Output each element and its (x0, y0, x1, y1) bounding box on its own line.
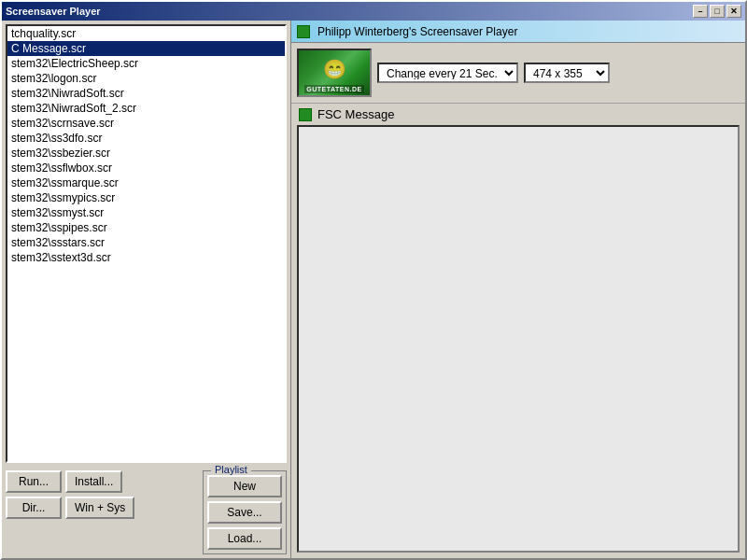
right-title-text: Philipp Winterberg's Screensaver Player (317, 25, 517, 38)
preview-label: GUTETATEN.DE (304, 85, 363, 93)
titlebar-text: Screensaver Player (6, 6, 101, 17)
win-sys-button[interactable]: Win + Sys (65, 497, 134, 519)
file-list-item[interactable]: stem32\logon.scr (7, 71, 285, 86)
bottom-left-area: Run... Install... Dir... Win + Sys Playl… (2, 467, 290, 558)
file-list-item[interactable]: stem32\NiwradSoft_2.scr (7, 101, 285, 116)
new-button[interactable]: New (207, 475, 282, 497)
section-dot (299, 108, 312, 121)
file-list-item[interactable]: stem32\ElectricSheep.scr (7, 56, 285, 71)
right-title-dot (297, 25, 310, 38)
maximize-button[interactable]: □ (710, 5, 725, 18)
playlist-group: Playlist New Save... Load... (203, 470, 287, 554)
file-list-item[interactable]: stem32\sstext3d.scr (7, 250, 285, 265)
install-button[interactable]: Install... (65, 470, 122, 493)
file-list-container[interactable]: tchquality.scrC Message.scrstem32\Electr… (6, 24, 287, 463)
close-button[interactable]: ✕ (726, 5, 741, 18)
dir-button[interactable]: Dir... (6, 497, 62, 519)
file-list-item[interactable]: stem32\scrnsave.scr (7, 116, 285, 131)
file-list-item[interactable]: stem32\ssmypics.scr (7, 190, 285, 205)
file-list: tchquality.scrC Message.scrstem32\Electr… (7, 26, 285, 265)
right-content-area (297, 125, 740, 553)
smile-icon: 😁 (323, 58, 346, 80)
section-label-row: FSC Message (291, 104, 745, 125)
minimize-button[interactable]: – (693, 5, 708, 18)
preview-thumbnail: 😁 GUTETATEN.DE (297, 49, 372, 97)
playlist-legend: Playlist (211, 464, 251, 475)
file-list-item[interactable]: tchquality.scr (7, 26, 285, 41)
player-controls-area: 😁 GUTETATEN.DE Change every 5 Sec.Change… (291, 43, 745, 104)
file-list-item[interactable]: stem32\ssmarque.scr (7, 175, 285, 190)
left-buttons-col1: Run... Install... Dir... Win + Sys (6, 470, 195, 554)
file-list-item[interactable]: stem32\sspipes.scr (7, 220, 285, 235)
file-list-item[interactable]: stem32\ssmyst.scr (7, 205, 285, 220)
right-panel: Philipp Winterberg's Screensaver Player … (291, 21, 745, 558)
file-list-item[interactable]: stem32\NiwradSoft.scr (7, 86, 285, 101)
titlebar-controls: – □ ✕ (693, 5, 741, 18)
titlebar: Screensaver Player – □ ✕ (2, 2, 745, 21)
main-window: Screensaver Player – □ ✕ tchquality.scrC… (0, 0, 747, 560)
resolution-select[interactable]: 474 x 355800 x 6001024 x 768 (524, 63, 610, 83)
left-panel: tchquality.scrC Message.scrstem32\Electr… (2, 21, 291, 558)
file-list-item[interactable]: stem32\ssstars.scr (7, 235, 285, 250)
change-interval-select[interactable]: Change every 5 Sec.Change every 10 Sec.C… (377, 63, 518, 83)
run-button[interactable]: Run... (6, 470, 62, 493)
load-button[interactable]: Load... (207, 527, 282, 550)
right-header: Philipp Winterberg's Screensaver Player (291, 21, 745, 43)
file-list-item[interactable]: C Message.scr (7, 41, 285, 56)
file-list-item[interactable]: stem32\ssflwbox.scr (7, 161, 285, 175)
file-list-item[interactable]: stem32\ssbezier.scr (7, 146, 285, 161)
file-list-item[interactable]: stem32\ss3dfo.scr (7, 131, 285, 146)
section-label: FSC Message (317, 107, 394, 121)
save-button[interactable]: Save... (207, 501, 282, 524)
main-content: tchquality.scrC Message.scrstem32\Electr… (2, 21, 745, 558)
